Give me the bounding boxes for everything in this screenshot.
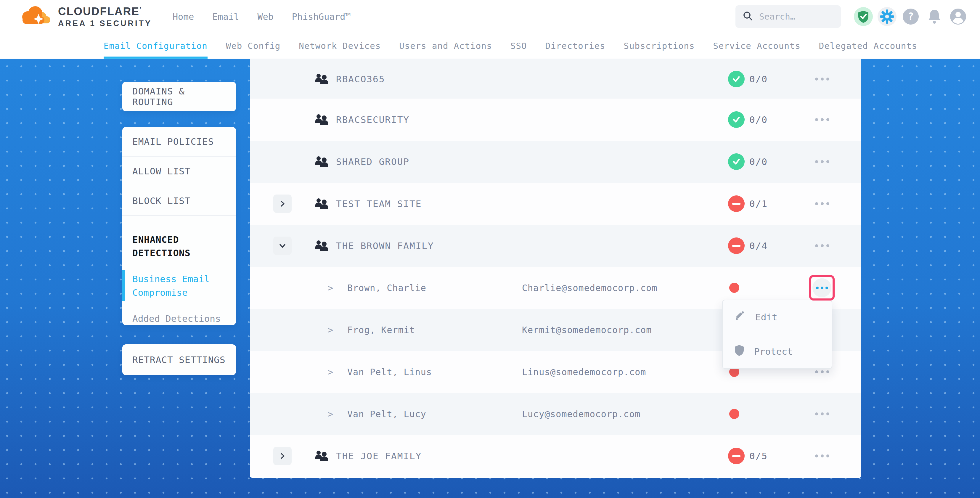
user-expand-chevron[interactable]: > [328, 409, 333, 419]
user-name: Van Pelt, Lucy [347, 409, 426, 419]
brand-mark: ’ [140, 5, 142, 13]
group-people-icon [315, 156, 328, 167]
table-row-user-van-pelt-lucy: >Van Pelt, LucyLucy@somedemocorp.com [250, 393, 861, 435]
row-actions-button[interactable] [813, 278, 831, 297]
sidebar-card: DOMAINS & ROUTING [122, 82, 236, 111]
user-expand-chevron[interactable]: > [328, 283, 333, 293]
user-name: Brown, Charlie [347, 283, 426, 293]
top-navigation: HomeEmailWebPhishGuard™ [173, 11, 350, 22]
menu-item-protect[interactable]: Protect [723, 334, 832, 368]
status-ok-badge [728, 153, 745, 170]
row-actions-button[interactable] [815, 160, 829, 163]
nav-link-home[interactable]: Home [173, 11, 194, 22]
status-alert-badge [728, 196, 745, 212]
top-right-controls: ? [735, 0, 967, 33]
user-email: Charlie@somedemocorp.com [522, 283, 657, 293]
protection-count: 0/0 [749, 74, 768, 84]
top-bar: CLOUDFLARE’ AREA 1 SECURITY HomeEmailWeb… [0, 0, 980, 33]
status-alert-badge [728, 448, 745, 464]
group-name: RBACO365 [336, 74, 385, 84]
group-people-icon [315, 73, 328, 85]
user-email: Linus@somedemocorp.com [522, 367, 646, 377]
sidebar-item-domains-routing[interactable]: DOMAINS & ROUTING [122, 82, 236, 111]
sidebar-item-email-policies[interactable]: EMAIL POLICIES [122, 127, 236, 157]
svg-text:?: ? [908, 10, 914, 22]
group-people-icon [315, 450, 328, 461]
status-ok-badge [728, 111, 745, 128]
tab-delegated-accounts[interactable]: Delegated Accounts [819, 33, 917, 59]
sidebar-section-title: ENHANCED DETECTIONS [132, 233, 226, 260]
shield-check-icon[interactable] [854, 7, 873, 26]
protection-count: 0/0 [749, 156, 768, 167]
brand-subtitle: AREA 1 SECURITY [58, 19, 152, 27]
cloudflare-logo: CLOUDFLARE’ AREA 1 SECURITY [19, 5, 152, 28]
tab-email-configuration[interactable]: Email Configuration [103, 33, 208, 59]
expand-row-button[interactable] [273, 447, 292, 465]
table-row-group-rbaco365: RBACO3650/0 [250, 59, 861, 99]
content-area: DOMAINS & ROUTINGEMAIL POLICIESALLOW LIS… [0, 59, 980, 498]
expand-row-button[interactable] [273, 194, 292, 213]
table-row-group-rbacsecurity: RBACSECURITY0/0 [250, 99, 861, 141]
search-box[interactable] [735, 5, 841, 28]
table-row-group-shared-group: SHARED_GROUP0/0 [250, 141, 861, 183]
sidebar-card: EMAIL POLICIESALLOW LISTBLOCK LISTENHANC… [122, 127, 236, 325]
app-window: CLOUDFLARE’ AREA 1 SECURITY HomeEmailWeb… [0, 0, 980, 498]
row-actions-button[interactable] [815, 202, 829, 205]
table-row-group-the-brown-family: THE BROWN FAMILY0/4 [250, 225, 861, 267]
sidebar-item-retract-settings[interactable]: RETRACT SETTINGS [122, 344, 236, 375]
status-ok-badge [728, 71, 745, 88]
row-actions-button[interactable] [815, 412, 829, 415]
tab-network-devices[interactable]: Network Devices [299, 33, 381, 59]
user-expand-chevron[interactable]: > [328, 367, 333, 377]
minus-glyph [732, 245, 740, 247]
row-actions-button[interactable] [815, 371, 829, 373]
brand-name: CLOUDFLARE’ [58, 6, 152, 17]
help-icon[interactable]: ? [901, 7, 920, 26]
sidebar-item-business-email-compromise[interactable]: Business Email Compromise [132, 272, 221, 299]
collapse-row-button[interactable] [273, 237, 292, 255]
sidebar-item-added-detections[interactable]: Added Detections [132, 312, 221, 325]
tab-service-accounts[interactable]: Service Accounts [713, 33, 800, 59]
sidebar-item-block-list[interactable]: BLOCK LIST [122, 186, 236, 216]
tab-directories[interactable]: Directories [545, 33, 605, 59]
table-row-group-test-team-site: TEST TEAM SITE0/1 [250, 183, 861, 225]
nav-link-email[interactable]: Email [212, 11, 239, 22]
group-name: THE JOE FAMILY [336, 450, 422, 461]
row-context-menu: EditProtect [722, 300, 832, 369]
group-people-icon [315, 114, 328, 125]
tab-subscriptions[interactable]: Subscriptions [624, 33, 695, 59]
account-icon[interactable] [949, 7, 967, 26]
group-name: SHARED_GROUP [336, 156, 409, 167]
group-name: THE BROWN FAMILY [336, 240, 434, 251]
group-people-icon [315, 240, 328, 251]
user-name: Frog, Kermit [347, 325, 415, 335]
user-expand-chevron[interactable]: > [328, 325, 333, 335]
sidebar-item-allow-list[interactable]: ALLOW LIST [122, 157, 236, 186]
row-actions-button[interactable] [815, 244, 829, 247]
group-name: RBACSECURITY [336, 114, 409, 125]
status-alert-dot [729, 283, 739, 293]
tab-users-and-actions[interactable]: Users and Actions [399, 33, 492, 59]
nav-link-phishguard[interactable]: PhishGuard™ [292, 11, 351, 22]
protection-count: 0/5 [749, 450, 768, 461]
gear-icon[interactable] [878, 7, 897, 26]
protection-count: 0/0 [749, 114, 768, 125]
menu-item-edit[interactable]: Edit [723, 300, 832, 334]
search-input[interactable] [759, 11, 833, 22]
menu-item-label: Edit [755, 312, 778, 323]
row-actions-button[interactable] [815, 78, 829, 81]
cloudflare-cloud-icon [19, 5, 54, 28]
group-name: TEST TEAM SITE [336, 198, 422, 209]
bell-icon[interactable] [925, 7, 944, 26]
table-row-group-the-joe-family: THE JOE FAMILY0/5 [250, 435, 861, 477]
nav-link-web[interactable]: Web [258, 11, 274, 22]
row-actions-button[interactable] [815, 118, 829, 121]
tab-sso[interactable]: SSO [511, 33, 527, 59]
user-email: Lucy@somedemocorp.com [522, 409, 640, 419]
sidebar-card: RETRACT SETTINGS [122, 344, 236, 375]
search-icon [743, 11, 753, 22]
user-name: Van Pelt, Linus [347, 367, 432, 377]
row-actions-button[interactable] [815, 455, 829, 457]
tab-web-config[interactable]: Web Config [226, 33, 281, 59]
minus-glyph [732, 203, 740, 205]
